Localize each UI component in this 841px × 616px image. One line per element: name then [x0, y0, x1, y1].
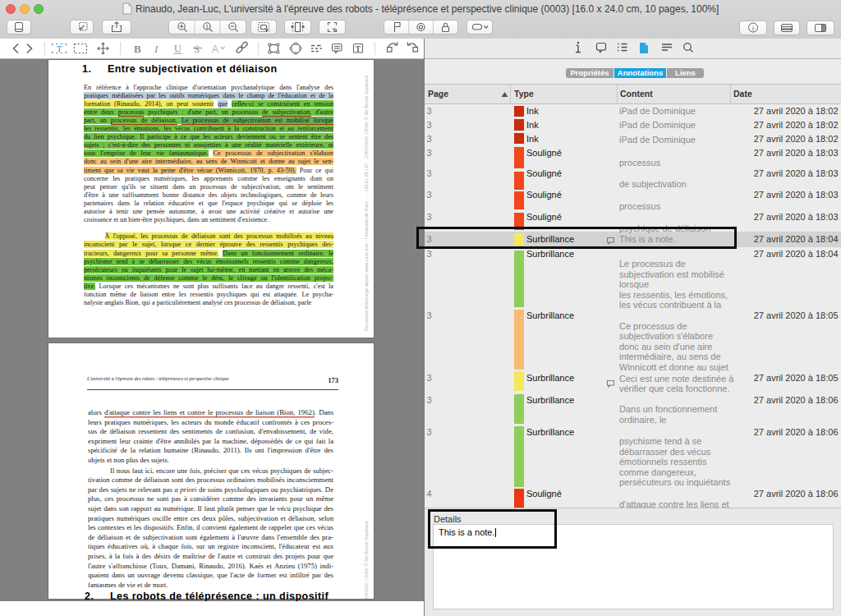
svg-text:B: B	[134, 43, 141, 55]
svg-text:T: T	[57, 44, 62, 53]
svg-text:T: T	[356, 45, 361, 53]
svg-text:I: I	[154, 43, 159, 55]
svg-text:1: 1	[205, 23, 209, 30]
svg-text:i: i	[752, 24, 755, 32]
svg-text:U: U	[174, 43, 182, 54]
svg-text:A: A	[212, 44, 218, 55]
